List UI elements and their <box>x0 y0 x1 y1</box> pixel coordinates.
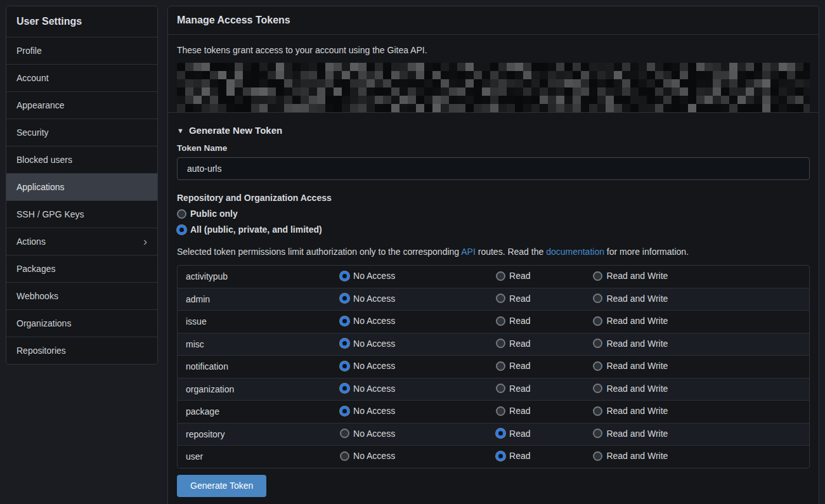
option-organization-read[interactable]: Read <box>496 384 530 394</box>
radio-admin-read-and-write[interactable] <box>593 294 602 303</box>
option-misc-read-and-write[interactable]: Read and Write <box>593 339 668 349</box>
option-organization-no-access[interactable]: No Access <box>340 384 395 394</box>
option-issue-read-and-write[interactable]: Read and Write <box>593 316 668 326</box>
generate-new-token-label: Generate New Token <box>189 125 282 136</box>
sidebar-item-actions[interactable]: Actions› <box>6 228 157 255</box>
documentation-link[interactable]: documentation <box>546 247 604 257</box>
radio-misc-read-and-write[interactable] <box>593 339 602 348</box>
option-activitypub-read-and-write[interactable]: Read and Write <box>593 271 668 281</box>
option-package-read[interactable]: Read <box>496 406 530 416</box>
option-notification-read-and-write[interactable]: Read and Write <box>593 361 668 371</box>
sidebar-item-webhooks[interactable]: Webhooks <box>6 282 157 309</box>
radio-notification-read-and-write[interactable] <box>593 361 602 371</box>
sidebar-item-account[interactable]: Account <box>6 64 157 91</box>
manage-tokens-panel: Manage Access Tokens These tokens grant … <box>167 6 819 504</box>
scope-row-repository: repositoryNo AccessReadRead and Write <box>178 423 809 446</box>
access-option-all-public-private-and-limited[interactable]: All (public, private, and limited) <box>177 224 810 235</box>
sidebar-item-repositories[interactable]: Repositories <box>6 337 157 364</box>
generate-token-button[interactable]: Generate Token <box>177 475 266 497</box>
sidebar-item-label: Webhooks <box>16 291 58 301</box>
option-user-no-access[interactable]: No Access <box>340 451 395 461</box>
scope-cell: Read and Write <box>585 446 809 468</box>
sidebar-item-label: Applications <box>16 182 65 192</box>
sidebar-item-organizations[interactable]: Organizations <box>6 309 157 337</box>
option-admin-read-and-write[interactable]: Read and Write <box>593 294 668 304</box>
radio-issue-read[interactable] <box>496 316 505 326</box>
scope-name: admin <box>178 288 332 311</box>
scope-name: package <box>178 401 332 423</box>
radio-organization-no-access[interactable] <box>340 384 349 393</box>
sidebar-item-applications[interactable]: Applications <box>6 173 157 200</box>
radio-package-read-and-write[interactable] <box>593 406 602 416</box>
option-notification-no-access[interactable]: No Access <box>340 361 395 371</box>
scope-cell: No Access <box>332 288 488 311</box>
option-issue-read[interactable]: Read <box>496 316 530 326</box>
option-activitypub-read[interactable]: Read <box>496 271 530 281</box>
option-misc-no-access[interactable]: No Access <box>340 339 395 349</box>
api-link[interactable]: API <box>461 247 476 257</box>
radio-user-read[interactable] <box>496 451 505 461</box>
option-admin-read[interactable]: Read <box>496 294 530 304</box>
option-package-no-access[interactable]: No Access <box>340 406 395 416</box>
scope-cell: Read and Write <box>585 401 809 423</box>
option-activitypub-no-access[interactable]: No Access <box>340 271 395 281</box>
scope-cell: Read and Write <box>585 333 809 356</box>
option-label: Read <box>509 339 530 349</box>
option-label: No Access <box>353 271 395 281</box>
sidebar-item-packages[interactable]: Packages <box>6 255 157 282</box>
option-repository-read[interactable]: Read <box>496 429 530 439</box>
radio-notification-no-access[interactable] <box>340 361 349 371</box>
radio-package-read[interactable] <box>496 406 505 416</box>
access-options-group: Public onlyAll (public, private, and lim… <box>177 209 810 235</box>
access-option-public-only[interactable]: Public only <box>177 209 810 219</box>
option-package-read-and-write[interactable]: Read and Write <box>593 406 668 416</box>
sidebar-item-security[interactable]: Security <box>6 119 157 146</box>
access-scope-label: Repository and Organization Access <box>177 193 810 203</box>
option-user-read-and-write[interactable]: Read and Write <box>593 451 668 461</box>
radio-admin-read[interactable] <box>496 294 505 303</box>
radio-repository-read[interactable] <box>496 429 505 438</box>
option-notification-read[interactable]: Read <box>496 361 530 371</box>
option-admin-no-access[interactable]: No Access <box>340 294 395 304</box>
option-organization-read-and-write[interactable]: Read and Write <box>593 384 668 394</box>
radio-activitypub-read[interactable] <box>496 271 505 281</box>
radio-admin-no-access[interactable] <box>340 294 349 303</box>
radio-organization-read-and-write[interactable] <box>593 384 602 393</box>
scope-name: issue <box>178 311 332 333</box>
sidebar-item-ssh-gpg-keys[interactable]: SSH / GPG Keys <box>6 200 157 228</box>
radio-package-no-access[interactable] <box>340 406 349 416</box>
option-label: Read and Write <box>606 294 668 304</box>
token-name-input[interactable] <box>177 157 810 180</box>
radio-all-public-private-and-limited[interactable] <box>177 225 186 235</box>
sidebar-item-blocked-users[interactable]: Blocked users <box>6 146 157 173</box>
sidebar-item-profile[interactable]: Profile <box>6 37 157 64</box>
option-repository-read-and-write[interactable]: Read and Write <box>593 429 668 439</box>
radio-issue-no-access[interactable] <box>340 316 349 326</box>
radio-public-only[interactable] <box>177 209 186 219</box>
radio-misc-read[interactable] <box>496 339 505 348</box>
radio-user-no-access[interactable] <box>340 451 349 461</box>
radio-misc-no-access[interactable] <box>340 339 349 348</box>
option-label: Read and Write <box>606 271 668 281</box>
settings-sidebar: User Settings ProfileAccountAppearanceSe… <box>6 6 158 365</box>
radio-repository-no-access[interactable] <box>340 429 349 438</box>
radio-activitypub-no-access[interactable] <box>340 271 349 281</box>
generate-token-section: ▼ Generate New Token Token Name Reposito… <box>168 113 819 504</box>
radio-user-read-and-write[interactable] <box>593 451 602 461</box>
sidebar-item-appearance[interactable]: Appearance <box>6 91 157 119</box>
scope-cell: No Access <box>332 446 488 468</box>
radio-issue-read-and-write[interactable] <box>593 316 602 326</box>
option-misc-read[interactable]: Read <box>496 339 530 349</box>
scope-cell: No Access <box>332 266 488 288</box>
radio-notification-read[interactable] <box>496 361 505 371</box>
radio-organization-read[interactable] <box>496 384 505 393</box>
permissions-note: Selected token permissions limit authori… <box>177 247 810 257</box>
radio-repository-read-and-write[interactable] <box>593 429 602 438</box>
option-user-read[interactable]: Read <box>496 451 530 461</box>
radio-activitypub-read-and-write[interactable] <box>593 271 602 281</box>
note-text: routes. Read the <box>476 247 546 257</box>
option-repository-no-access[interactable]: No Access <box>340 429 395 439</box>
generate-new-token-toggle[interactable]: ▼ Generate New Token <box>177 125 810 136</box>
option-issue-no-access[interactable]: No Access <box>340 316 395 326</box>
option-label: Read and Write <box>606 316 668 326</box>
